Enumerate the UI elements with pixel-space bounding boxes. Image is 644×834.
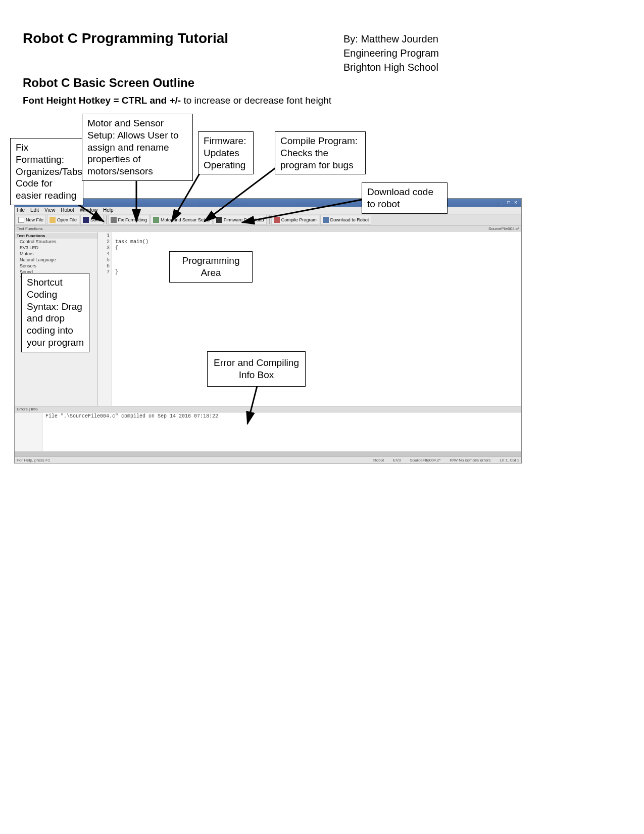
status-left: For Help, press F1: [17, 457, 50, 463]
toolbar-firmware-download[interactable]: Firmware Download: [214, 215, 267, 225]
code-line: {: [115, 245, 518, 251]
line-num: 2: [98, 239, 110, 245]
menu-window[interactable]: Window: [80, 207, 98, 213]
hotkey-bold: Font Height Hotkey = CTRL and +/-: [23, 95, 181, 106]
line-num: 5: [98, 257, 110, 263]
hotkey-note: Font Height Hotkey = CTRL and +/- to inc…: [23, 95, 331, 106]
page-title: Robot C Programming Tutorial: [23, 30, 228, 47]
error-panel-margin: [15, 412, 42, 451]
callout-fix-formatting: Fix Formatting: Organizes/Tabs Code for …: [10, 138, 83, 205]
toolbar-new-label: New File: [26, 218, 43, 222]
sidebar-item-natural-language[interactable]: Natural Language: [15, 257, 97, 263]
code-line: task main(): [115, 239, 518, 245]
sidebar-header: Text Functions: [15, 233, 97, 239]
code-line: [115, 233, 518, 239]
status-robot: Robot: [373, 457, 384, 463]
status-platform: EV3: [393, 457, 401, 463]
callout-download: Download code to robot: [362, 182, 448, 214]
toolbar-fix-formatting[interactable]: Fix Formatting: [108, 215, 150, 225]
status-cursor-pos: Ln 1, Col 1: [500, 457, 519, 463]
sidebar-item-motors[interactable]: Motors: [15, 251, 97, 257]
toolbar-save[interactable]: Save: [80, 215, 104, 225]
toolbar-open-file[interactable]: Open File: [47, 215, 79, 225]
toolbar-firmware-label: Firmware Download: [224, 218, 264, 222]
compile-icon: [274, 217, 280, 223]
menu-file[interactable]: File: [17, 207, 25, 213]
callout-programming-area: Programming Area: [169, 251, 253, 283]
minimize-icon[interactable]: _: [498, 199, 505, 207]
line-num: 3: [98, 245, 110, 251]
line-number-gutter: 1 2 3 4 5 6 7: [98, 232, 112, 406]
tabstrip-right[interactable]: SourceFile004.c*: [488, 226, 519, 232]
toolbar-open-label: Open File: [57, 218, 77, 222]
download-icon: [323, 217, 329, 223]
maximize-icon[interactable]: □: [505, 199, 512, 207]
menu-edit[interactable]: Edit: [30, 207, 39, 213]
compile-message: File ".\SourceFile004.c" compiled on Sep…: [42, 412, 521, 451]
ide-statusbar: For Help, press F1 Robot EV3 SourceFile0…: [15, 456, 521, 463]
status-filename: SourceFile004.c*: [410, 457, 440, 463]
callout-error-box: Error and Compiling Info Box: [207, 351, 306, 387]
byline-author: By: Matthew Jourden: [343, 32, 439, 46]
toolbar-motor-sensor-setup[interactable]: Motor and Sensor Setup: [151, 215, 213, 225]
sidebar-item-sensors[interactable]: Sensors: [15, 263, 97, 269]
menu-robot[interactable]: Robot: [61, 207, 74, 213]
callout-firmware: Firmware: Updates Operating: [198, 131, 254, 174]
toolbar-save-label: Save: [90, 218, 101, 222]
line-num: 1: [98, 233, 110, 239]
callout-motor-sensor: Motor and Sensor Setup: Allows User to a…: [82, 114, 193, 181]
byline-block: By: Matthew Jourden Engineering Program …: [343, 32, 439, 74]
save-icon: [83, 217, 89, 223]
byline-program: Engineering Program: [343, 46, 439, 60]
close-icon[interactable]: ×: [512, 199, 519, 207]
ide-tabstrip: Text Functions SourceFile004.c*: [15, 226, 521, 232]
byline-school: Brighton High School: [343, 60, 439, 74]
line-num: 6: [98, 263, 110, 269]
callout-shortcut-syntax: Shortcut Coding Syntax: Drag and drop co…: [21, 273, 89, 352]
open-file-icon: [49, 217, 56, 223]
tabstrip-left: Text Functions: [17, 226, 43, 232]
callout-compile: Compile Program: Checks the program for …: [275, 131, 366, 174]
ide-screenshot: ROBOTC _□× File Edit View Robot Window H…: [14, 198, 522, 464]
sidebar-item-ev3-led[interactable]: EV3 LED: [15, 245, 97, 251]
line-num: 4: [98, 251, 110, 257]
sidebar-item-control-structures[interactable]: Control Structures: [15, 239, 97, 245]
error-panel: File ".\SourceFile004.c" compiled on Sep…: [15, 412, 521, 451]
toolbar-download-to-robot[interactable]: Download to Robot: [320, 215, 372, 225]
section-title: Robot C Basic Screen Outline: [23, 76, 194, 90]
window-controls[interactable]: _□×: [498, 199, 519, 207]
hotkey-rest: to increase or decrease font height: [181, 95, 331, 106]
ide-toolbar: New File Open File Save Fix Formatting M…: [15, 214, 521, 226]
motor-sensor-icon: [153, 217, 159, 223]
new-file-icon: [18, 217, 24, 223]
menu-help[interactable]: Help: [103, 207, 114, 213]
toolbar-compile-program[interactable]: Compile Program: [271, 215, 319, 225]
toolbar-fix-label: Fix Formatting: [118, 218, 147, 222]
error-panel-tabs[interactable]: Errors | Info: [15, 406, 521, 412]
toolbar-compile-label: Compile Program: [281, 218, 317, 222]
toolbar-new-file[interactable]: New File: [16, 215, 46, 225]
line-num: 7: [98, 269, 110, 275]
status-compile-state: R/W No compile errors: [450, 457, 490, 463]
toolbar-motor-label: Motor and Sensor Setup: [161, 218, 210, 222]
menu-view[interactable]: View: [44, 207, 56, 213]
toolbar-download-label: Download to Robot: [330, 218, 369, 222]
fix-format-icon: [111, 217, 117, 223]
firmware-icon: [216, 217, 222, 223]
